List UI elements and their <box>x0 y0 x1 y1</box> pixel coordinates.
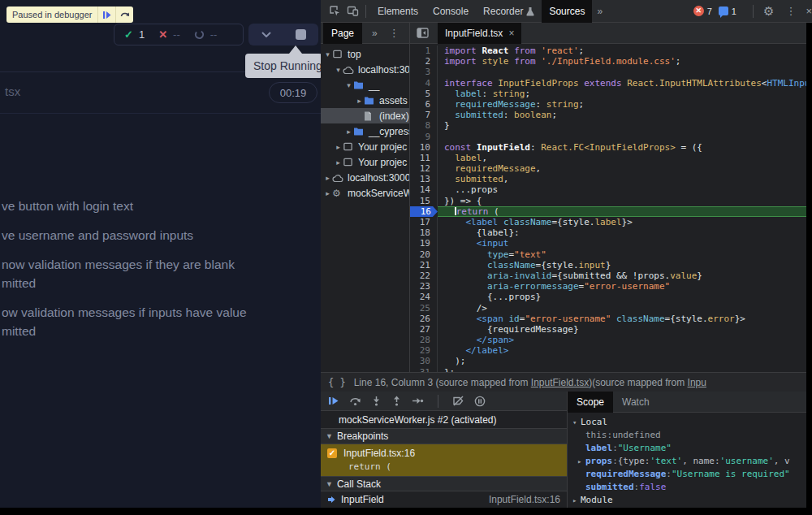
chevron-down-icon[interactable]: ▾ <box>344 81 353 89</box>
line-number[interactable]: 17 <box>410 217 438 227</box>
step-into-icon[interactable] <box>371 396 382 406</box>
pause-on-exceptions-icon[interactable] <box>474 396 486 407</box>
callstack-section-header[interactable]: ▼ Call Stack <box>321 477 567 492</box>
line-number[interactable]: 12 <box>410 163 438 174</box>
navigator-page-tab[interactable]: Page <box>323 23 362 44</box>
tree-item-your-projec[interactable]: ▸Your projec <box>321 154 409 170</box>
tree-item--index-[interactable]: (index) <box>321 108 409 123</box>
code-line[interactable]: 23 aria-errormessage="error-username" <box>410 281 812 292</box>
code-line[interactable]: 4interface InputFieldProps extends React… <box>410 78 812 89</box>
scope-var-this[interactable]: this: undefined <box>568 429 812 442</box>
test-list-item[interactable]: ve button with login text <box>2 197 321 215</box>
line-number[interactable]: 14 <box>410 184 438 195</box>
tab-elements[interactable]: Elements <box>370 0 425 23</box>
code-line[interactable]: 28 </span> <box>410 335 812 345</box>
code-line[interactable]: 30 ); <box>410 356 812 366</box>
tab-watch[interactable]: Watch <box>613 392 659 413</box>
line-number[interactable]: 9 <box>410 132 438 142</box>
tree-item-mockservicew[interactable]: ▸⚙mockServiceW <box>321 185 409 201</box>
tree-item-your-projec[interactable]: ▸Your projec <box>321 139 409 154</box>
line-number[interactable]: 5 <box>410 89 438 99</box>
line-number[interactable]: 6 <box>410 99 438 110</box>
code-line[interactable]: 18 {label}: <box>410 227 812 238</box>
issues-badge[interactable]: 1 <box>715 6 740 16</box>
line-number[interactable]: 21 <box>410 260 438 270</box>
line-number[interactable]: 22 <box>410 270 438 281</box>
chevron-right-icon[interactable]: ▸ <box>334 143 343 151</box>
navigator-more-chevron[interactable]: » <box>367 28 382 39</box>
console-errors-badge[interactable]: ✕ 7 <box>690 6 715 16</box>
tree-item--cypress[interactable]: ▸__cypress <box>321 123 409 139</box>
code-line[interactable]: 26 <span id="error-username" className={… <box>410 314 812 324</box>
line-number[interactable]: 4 <box>410 78 438 89</box>
chevron-right-icon[interactable]: ▸ <box>355 97 364 105</box>
chevron-right-icon[interactable]: ▸ <box>344 128 353 136</box>
line-number[interactable]: 29 <box>410 345 438 356</box>
test-list-item[interactable]: now validation messages if they are blan… <box>2 255 321 292</box>
code-line[interactable]: 6 requiredMessage: string; <box>410 99 812 110</box>
stop-button[interactable] <box>283 24 318 45</box>
code-line[interactable]: 20 type="text" <box>410 249 812 260</box>
line-number[interactable]: 1 <box>410 45 438 56</box>
line-number[interactable]: 20 <box>410 249 438 260</box>
line-number[interactable]: 30 <box>410 356 438 366</box>
line-number[interactable]: 23 <box>410 281 438 292</box>
line-number[interactable]: 19 <box>410 238 438 249</box>
code-line[interactable]: 24 {...props} <box>410 292 812 302</box>
tab-sources[interactable]: Sources <box>542 0 592 23</box>
line-number[interactable]: 27 <box>410 324 438 335</box>
device-toolbar-icon[interactable] <box>343 5 361 17</box>
scope-var-requiredMessage[interactable]: requiredMessage: "Username is required" <box>568 468 812 481</box>
scope-local-header[interactable]: ▾Local <box>568 416 812 429</box>
step-over-icon[interactable] <box>115 6 133 23</box>
code-line[interactable]: 25 /> <box>410 303 812 314</box>
line-number[interactable]: 13 <box>410 174 438 184</box>
code-line[interactable]: 22 aria-invalid={submitted && !props.val… <box>410 270 812 281</box>
line-number[interactable]: 18 <box>410 227 438 238</box>
code-line[interactable]: 1import React from 'react'; <box>410 45 812 56</box>
code-line[interactable]: 19 <input <box>410 238 812 249</box>
breakpoint-checkbox[interactable]: ✓ <box>327 448 337 458</box>
tab-console[interactable]: Console <box>425 0 476 23</box>
settings-gear-icon[interactable]: ⚙ <box>763 4 774 19</box>
code-line[interactable]: 29 </label> <box>410 345 812 356</box>
code-line[interactable]: 31}; <box>410 367 812 372</box>
resume-icon[interactable] <box>97 6 115 23</box>
code-line[interactable]: 11 label, <box>410 153 812 163</box>
callstack-frame[interactable]: InputField InputField.tsx:16 <box>321 491 567 508</box>
code-line[interactable]: 10const InputField: React.FC<InputFieldP… <box>410 142 812 153</box>
code-line[interactable]: 14 ...props <box>410 184 812 195</box>
breakpoints-section-header[interactable]: ▼ Breakpoints <box>321 429 567 444</box>
spec-filename[interactable]: tsx <box>5 84 20 98</box>
code-line[interactable]: 16 return ( <box>410 206 812 217</box>
line-number[interactable]: 26 <box>410 314 438 324</box>
code-line[interactable]: 13 submitted, <box>410 174 812 184</box>
tree-item-localhost-30[interactable]: ▾localhost:30 <box>321 62 409 77</box>
step-out-icon[interactable] <box>391 396 402 406</box>
navigator-kebab-icon[interactable]: ⋮ <box>389 27 400 39</box>
chevron-right-icon[interactable]: ▸ <box>334 158 343 167</box>
code-editor[interactable]: 1import React from 'react';2import style… <box>410 44 812 372</box>
tab-recorder[interactable]: Recorder <box>476 0 542 23</box>
tree-item-top[interactable]: ▾top <box>321 46 409 62</box>
line-number[interactable]: 25 <box>410 303 438 314</box>
line-number[interactable]: 8 <box>410 120 438 131</box>
chevron-right-icon[interactable]: ▸ <box>323 189 332 197</box>
scope-var-submitted[interactable]: submitted: false <box>568 481 812 494</box>
inspect-element-icon[interactable] <box>326 5 343 17</box>
line-number[interactable]: 24 <box>410 292 438 302</box>
line-number[interactable]: 15 <box>410 196 438 206</box>
pretty-print-icon[interactable]: { } <box>328 377 346 388</box>
tab-scope[interactable]: Scope <box>568 392 613 413</box>
line-number[interactable]: 28 <box>410 335 438 345</box>
step-icon[interactable] <box>412 396 424 406</box>
close-tab-icon[interactable]: × <box>508 28 514 39</box>
code-line[interactable]: 8} <box>410 120 812 131</box>
more-tabs-chevron[interactable]: » <box>592 6 607 17</box>
source-map-link[interactable]: InputField.tsx <box>531 377 589 388</box>
code-line[interactable]: 7 submitted: boolean; <box>410 110 812 120</box>
test-list-item[interactable]: ve username and password inputs <box>2 226 321 245</box>
tree-item--[interactable]: ▾__ <box>321 77 409 93</box>
close-icon[interactable]: × <box>806 5 812 17</box>
scope-var-props[interactable]: ▸props: {type: 'text', name: 'username',… <box>568 455 812 468</box>
